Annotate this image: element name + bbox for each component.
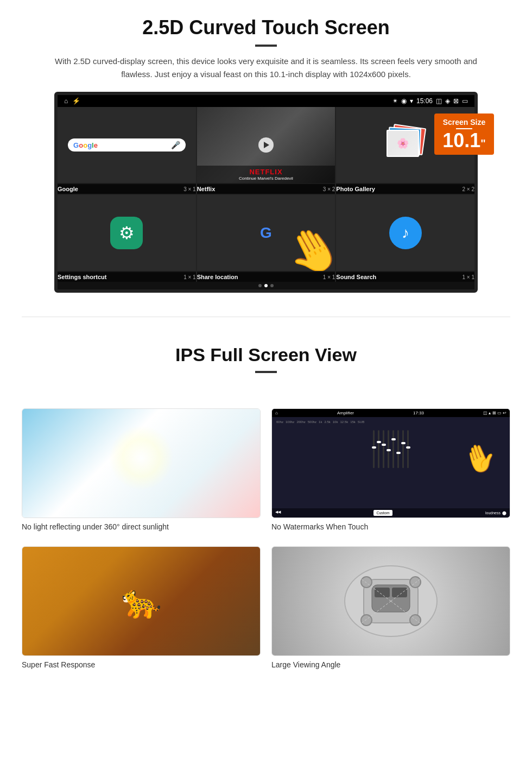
app-cell-netflix[interactable]: NETFLIX Continue Marvel's Daredevil Netf… <box>197 107 335 194</box>
freq-200hz: 200hz <box>296 420 305 424</box>
google-search-bar[interactable]: Google 🎤 <box>68 138 185 152</box>
photo-card-3: 🌸 <box>387 130 419 157</box>
google-cell-inner: Google 🎤 <box>58 107 196 183</box>
device-wrapper: ⌂ ⚡ ✴ ◉ ▾ 15:06 ◫ ◈ ⊠ ▭ <box>54 92 478 293</box>
amp-slider-3 <box>383 430 384 468</box>
bluetooth-icon: ✴ <box>392 97 398 105</box>
amp-placeholder: ⌂ Amplifier 17:33 ◫ ▴ ⊠ ▭ ↩ 60hz 100hz 2… <box>272 409 510 518</box>
section2-divider <box>255 371 277 373</box>
bottom-dots <box>58 284 474 287</box>
freq-15k: 15k <box>350 420 356 424</box>
location-app-name: Share location <box>197 274 238 280</box>
img-card-cheetah: 🐆 <box>22 546 261 656</box>
freq-100hz: 100hz <box>286 420 294 424</box>
device-screen: ⌂ ⚡ ✴ ◉ ▾ 15:06 ◫ ◈ ⊠ ▭ <box>54 92 478 293</box>
section2-title: IPS Full Screen View <box>43 344 489 365</box>
amp-slider-7 <box>402 430 404 468</box>
amp-icons: ◫ ▴ ⊠ ▭ ↩ <box>483 411 506 415</box>
screen-size-badge: Screen Size 10.1" <box>434 113 494 155</box>
netflix-app-name: Netflix <box>197 186 216 192</box>
status-right: ✴ ◉ ▾ 15:06 ◫ ◈ ⊠ ▭ <box>392 97 468 105</box>
svg-point-8 <box>410 615 421 626</box>
location-label-row: Share location 1 × 1 <box>197 272 335 282</box>
svg-rect-4 <box>392 588 407 597</box>
netflix-label-row: Netflix 3 × 2 <box>197 184 335 194</box>
google-app-name: Google <box>58 186 78 192</box>
status-bar: ⌂ ⚡ ✴ ◉ ▾ 15:06 ◫ ◈ ⊠ ▭ <box>58 95 474 107</box>
netflix-subtitle: Continue Marvel's Daredevil <box>200 176 332 181</box>
app-grid: Google 🎤 Google 3 × 1 <box>58 107 474 282</box>
amp-back-icon: ◀◀ <box>275 510 281 516</box>
title-divider <box>255 45 277 47</box>
dot-3 <box>270 284 274 287</box>
status-left: ⌂ ⚡ <box>64 97 80 105</box>
gallery-app-size: 2 × 2 <box>462 186 474 192</box>
amp-footer: ◀◀ Custom loudness ⬤ <box>272 508 510 518</box>
settings-cell-inner: ⚙ <box>58 195 196 271</box>
volume-icon: ◈ <box>445 97 450 105</box>
wifi-icon: ▾ <box>410 97 413 105</box>
section-divider <box>22 317 510 317</box>
app-cell-google[interactable]: Google 🎤 Google 3 × 1 <box>58 107 196 194</box>
image-card-amp: ⌂ Amplifier 17:33 ◫ ▴ ⊠ ▭ ↩ 60hz 100hz 2… <box>271 408 510 535</box>
slider-track-3 <box>383 430 384 468</box>
custom-btn[interactable]: Custom <box>373 510 392 516</box>
home-icon: ⌂ <box>64 97 68 105</box>
slider-thumb-1 <box>372 446 376 449</box>
app-cell-sound[interactable]: ♪ Sound Search 1 × 1 <box>336 195 474 282</box>
section-ips: IPS Full Screen View <box>0 328 532 392</box>
svg-rect-3 <box>375 588 390 597</box>
badge-size: 10.1" <box>442 129 486 152</box>
amp-title: Amplifier <box>337 411 354 415</box>
music-note-icon: ♪ <box>402 224 409 242</box>
amp-slider-8 <box>407 430 409 468</box>
freq-10k: 10k <box>333 420 338 424</box>
img-card-amp: ⌂ Amplifier 17:33 ◫ ▴ ⊠ ▭ ↩ 60hz 100hz 2… <box>271 408 510 518</box>
loudness-toggle: loudness ⬤ <box>485 510 506 516</box>
amp-time: 17:33 <box>413 411 424 415</box>
slider-thumb-4 <box>387 449 391 451</box>
slider-track-2 <box>378 430 379 468</box>
gear-icon: ⚙ <box>119 223 135 243</box>
freq-12k5: 12.5k <box>340 420 348 424</box>
amp-slider-2 <box>378 430 379 468</box>
netflix-play-btn[interactable] <box>258 137 274 153</box>
slider-track-4 <box>388 430 389 468</box>
slider-track-5 <box>392 430 394 468</box>
slider-thumb-3 <box>382 444 386 446</box>
car-caption: Large Viewing Angle <box>271 656 510 673</box>
svg-point-7 <box>361 615 372 626</box>
app-cell-location[interactable]: G 🤚 Share location 1 × 1 <box>197 195 335 282</box>
image-grid: No light reflecting under 360° direct su… <box>22 408 510 673</box>
section-curved-screen: 2.5D Curved Touch Screen With 2.5D curve… <box>0 0 532 306</box>
cheetah-placeholder: 🐆 <box>22 547 260 655</box>
sky-caption: No light reflecting under 360° direct su… <box>22 518 261 535</box>
freq-500hz: 500hz <box>308 420 316 424</box>
car-placeholder <box>272 547 510 655</box>
amp-slider-1 <box>373 430 375 468</box>
netflix-overlay: NETFLIX Continue Marvel's Daredevil <box>197 166 335 183</box>
netflix-cell-inner: NETFLIX Continue Marvel's Daredevil <box>197 107 335 183</box>
mic-icon: 🎤 <box>171 141 180 149</box>
slider-thumb-7 <box>401 442 406 444</box>
app-cell-settings[interactable]: ⚙ Settings shortcut 1 × 1 <box>58 195 196 282</box>
svg-point-6 <box>410 577 421 588</box>
slider-thumb-8 <box>406 446 410 449</box>
share-cell-inner: G 🤚 <box>197 195 335 271</box>
cheetah-art: 🐆 <box>121 582 162 621</box>
svg-point-5 <box>361 577 372 588</box>
netflix-app-size: 3 × 2 <box>323 186 335 192</box>
slider-thumb-6 <box>396 452 401 454</box>
section1-description: With 2.5D curved-display screen, this de… <box>43 55 489 81</box>
settings-app-name: Settings shortcut <box>58 274 106 280</box>
maps-g-logo: G <box>260 224 272 242</box>
sound-cell-inner: ♪ <box>336 195 474 271</box>
freq-sub: SUB <box>358 420 364 424</box>
car-svg <box>342 563 440 639</box>
slider-thumb-2 <box>377 441 381 443</box>
location-app-size: 1 × 1 <box>323 274 335 280</box>
window-icon: ▭ <box>462 97 468 105</box>
amp-slider-5 <box>392 430 394 468</box>
amp-slider-4 <box>388 430 389 468</box>
freq-60hz: 60hz <box>276 420 283 424</box>
